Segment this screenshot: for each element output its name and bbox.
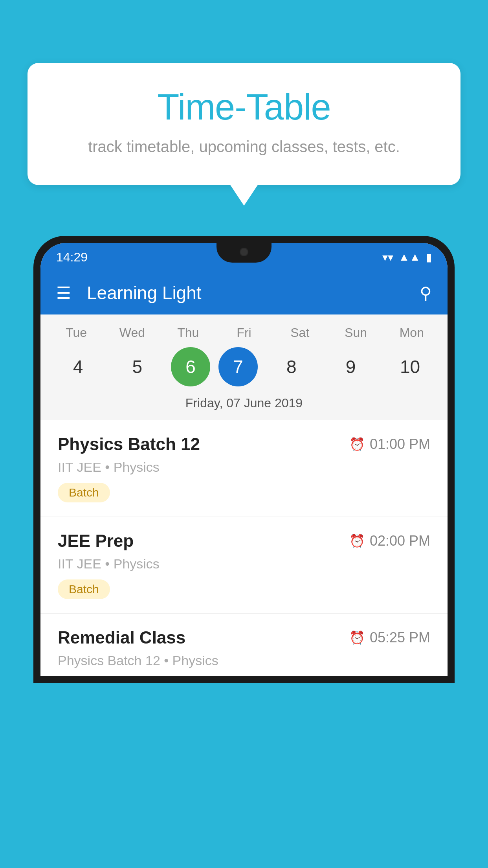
signal-icon: ▲▲ <box>399 251 420 263</box>
phone-mockup: 14:29 ▾▾ ▲▲ ▮ ☰ Learning Light ⚲ Tue Wed… <box>33 236 455 868</box>
event-time-value-2: 02:00 PM <box>370 533 430 549</box>
phone-screen: 14:29 ▾▾ ▲▲ ▮ ☰ Learning Light ⚲ Tue Wed… <box>40 243 448 676</box>
day-10[interactable]: 10 <box>384 347 435 386</box>
bubble-subtitle: track timetable, upcoming classes, tests… <box>55 136 433 158</box>
day-header-sat: Sat <box>274 326 325 340</box>
event-header-2: JEE Prep ⏰ 02:00 PM <box>58 531 430 551</box>
day-header-fri: Fri <box>218 326 270 340</box>
event-time-value-3: 05:25 PM <box>370 629 430 646</box>
day-5[interactable]: 5 <box>112 347 163 386</box>
event-course-2: IIT JEE • Physics <box>58 556 430 572</box>
event-course-1: IIT JEE • Physics <box>58 460 430 475</box>
day-8[interactable]: 8 <box>266 347 317 386</box>
day-header-sun: Sun <box>330 326 382 340</box>
day-header-thu: Thu <box>163 326 214 340</box>
event-header-1: Physics Batch 12 ⏰ 01:00 PM <box>58 434 430 454</box>
clock-icon-3: ⏰ <box>349 630 365 645</box>
event-course-3: Physics Batch 12 • Physics <box>58 653 430 668</box>
day-header-mon: Mon <box>386 326 437 340</box>
day-headers: Tue Wed Thu Fri Sat Sun Mon <box>48 326 440 340</box>
day-numbers: 4 5 6 7 8 9 10 <box>48 347 440 386</box>
day-header-wed: Wed <box>106 326 158 340</box>
batch-badge-2: Batch <box>58 579 110 599</box>
calendar-strip: Tue Wed Thu Fri Sat Sun Mon 4 5 6 7 8 9 … <box>40 314 448 420</box>
phone-notch <box>216 243 272 263</box>
search-icon[interactable]: ⚲ <box>420 283 432 303</box>
event-item-2[interactable]: JEE Prep ⏰ 02:00 PM IIT JEE • Physics Ba… <box>40 517 448 614</box>
event-time-2: ⏰ 02:00 PM <box>349 533 430 549</box>
selected-date-label: Friday, 07 June 2019 <box>48 396 440 420</box>
event-title-1: Physics Batch 12 <box>58 434 200 454</box>
clock-icon-1: ⏰ <box>349 437 365 452</box>
hamburger-icon[interactable]: ☰ <box>56 283 71 303</box>
event-time-1: ⏰ 01:00 PM <box>349 436 430 452</box>
event-item-3[interactable]: Remedial Class ⏰ 05:25 PM Physics Batch … <box>40 614 448 668</box>
day-header-tue: Tue <box>51 326 102 340</box>
wifi-icon: ▾▾ <box>382 251 393 264</box>
batch-badge-1: Batch <box>58 483 110 502</box>
day-9[interactable]: 9 <box>325 347 376 386</box>
event-title-2: JEE Prep <box>58 531 134 551</box>
event-title-3: Remedial Class <box>58 628 185 647</box>
bubble-title: Time-Table <box>55 86 433 128</box>
events-list: Physics Batch 12 ⏰ 01:00 PM IIT JEE • Ph… <box>40 420 448 668</box>
app-title: Learning Light <box>87 282 420 303</box>
event-header-3: Remedial Class ⏰ 05:25 PM <box>58 628 430 647</box>
app-bar: ☰ Learning Light ⚲ <box>40 271 448 314</box>
event-time-value-1: 01:00 PM <box>370 436 430 452</box>
speech-bubble-container: Time-Table track timetable, upcoming cla… <box>28 63 460 185</box>
event-item-1[interactable]: Physics Batch 12 ⏰ 01:00 PM IIT JEE • Ph… <box>40 420 448 517</box>
phone-outer-shell: 14:29 ▾▾ ▲▲ ▮ ☰ Learning Light ⚲ Tue Wed… <box>33 236 455 683</box>
status-time: 14:29 <box>56 250 88 265</box>
camera-dot <box>240 248 248 256</box>
status-icons: ▾▾ ▲▲ ▮ <box>382 251 432 264</box>
day-6-today[interactable]: 6 <box>171 347 210 386</box>
day-4[interactable]: 4 <box>52 347 103 386</box>
speech-bubble: Time-Table track timetable, upcoming cla… <box>28 63 460 185</box>
event-time-3: ⏰ 05:25 PM <box>349 629 430 646</box>
day-7-selected[interactable]: 7 <box>218 347 258 386</box>
battery-icon: ▮ <box>426 251 432 264</box>
clock-icon-2: ⏰ <box>349 533 365 548</box>
